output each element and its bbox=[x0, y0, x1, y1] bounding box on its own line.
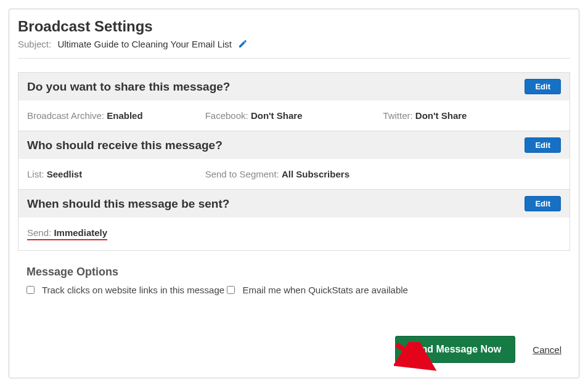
track-clicks-checkbox[interactable] bbox=[27, 286, 35, 294]
recipients-edit-button[interactable]: Edit bbox=[525, 137, 561, 153]
cancel-link[interactable]: Cancel bbox=[533, 344, 561, 355]
track-clicks-label: Track clicks on website links in this me… bbox=[42, 285, 224, 295]
segment-value: All Subscribers bbox=[282, 169, 349, 179]
subject-row: Subject: Ultimate Guide to Cleaning Your… bbox=[18, 39, 570, 49]
share-card-header: Do you want to share this message? Edit bbox=[18, 73, 570, 100]
twitter-value: Don't Share bbox=[415, 110, 467, 121]
schedule-card: When should this message be sent? Edit S… bbox=[18, 190, 570, 251]
quickstats-checkbox[interactable] bbox=[227, 286, 235, 294]
message-options: Message Options Track clicks on website … bbox=[18, 262, 570, 296]
twitter-field: Twitter: Don't Share bbox=[383, 110, 561, 121]
list-label: List: bbox=[27, 169, 44, 179]
page-title: Broadcast Settings bbox=[18, 18, 570, 35]
list-field: List: Seedlist bbox=[27, 169, 205, 179]
recipients-card-body: List: Seedlist Send to Segment: All Subs… bbox=[18, 159, 570, 189]
twitter-label: Twitter: bbox=[383, 110, 412, 121]
archive-value: Enabled bbox=[107, 110, 142, 121]
send-field: Send: Immediately bbox=[27, 227, 107, 240]
segment-label: Send to Segment: bbox=[205, 169, 279, 179]
facebook-value: Don't Share bbox=[251, 110, 303, 121]
share-heading: Do you want to share this message? bbox=[27, 80, 230, 94]
facebook-label: Facebook: bbox=[205, 110, 248, 121]
subject-value: Ultimate Guide to Cleaning Your Email Li… bbox=[57, 39, 232, 49]
facebook-field: Facebook: Don't Share bbox=[205, 110, 383, 121]
send-value: Immediately bbox=[54, 227, 107, 238]
recipients-card-header: Who should receive this message? Edit bbox=[18, 131, 570, 159]
schedule-card-header: When should this message be sent? Edit bbox=[18, 190, 570, 218]
track-clicks-option[interactable]: Track clicks on website links in this me… bbox=[27, 285, 227, 295]
share-card-body: Broadcast Archive: Enabled Facebook: Don… bbox=[18, 100, 570, 131]
send-label: Send: bbox=[27, 227, 51, 238]
pencil-icon[interactable] bbox=[238, 39, 248, 49]
schedule-card-body: Send: Immediately bbox=[18, 218, 570, 250]
broadcast-settings-panel: Broadcast Settings Subject: Ultimate Gui… bbox=[9, 9, 579, 378]
share-card: Do you want to share this message? Edit … bbox=[18, 72, 570, 131]
options-heading: Message Options bbox=[27, 266, 561, 279]
quickstats-option[interactable]: Email me when QuickStats are available bbox=[227, 285, 408, 295]
recipients-card: Who should receive this message? Edit Li… bbox=[18, 131, 570, 190]
footer: Send Message Now Cancel bbox=[395, 336, 561, 363]
schedule-heading: When should this message be sent? bbox=[27, 197, 229, 211]
list-value: Seedlist bbox=[47, 169, 83, 179]
recipients-heading: Who should receive this message? bbox=[27, 139, 223, 152]
segment-field: Send to Segment: All Subscribers bbox=[205, 169, 383, 179]
archive-field: Broadcast Archive: Enabled bbox=[27, 110, 205, 121]
subject-label: Subject: bbox=[18, 39, 51, 49]
divider bbox=[18, 58, 570, 59]
send-message-now-button[interactable]: Send Message Now bbox=[395, 336, 515, 363]
schedule-edit-button[interactable]: Edit bbox=[525, 196, 561, 211]
share-edit-button[interactable]: Edit bbox=[525, 79, 561, 94]
quickstats-label: Email me when QuickStats are available bbox=[242, 285, 407, 295]
archive-label: Broadcast Archive: bbox=[27, 110, 104, 121]
